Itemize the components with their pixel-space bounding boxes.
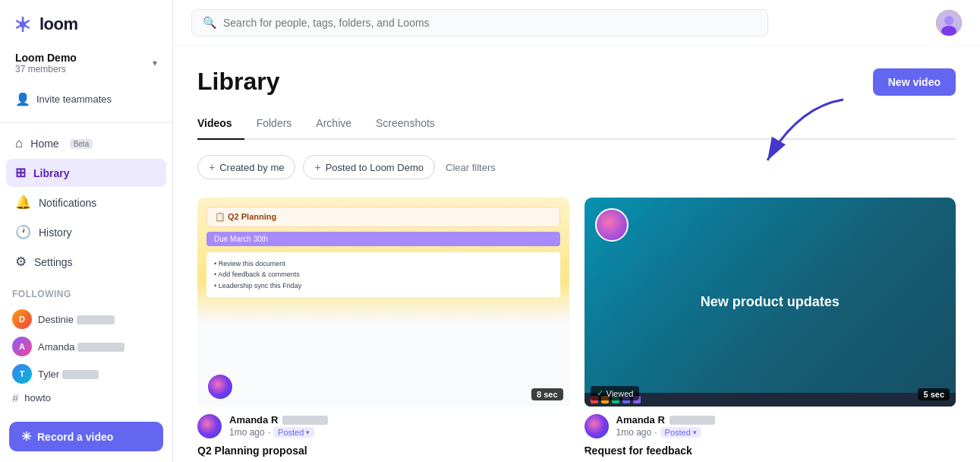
- clear-filters-button[interactable]: Clear filters: [443, 157, 499, 179]
- meta-info-2: Amanda R 1mo ago · Posted ▾: [616, 414, 956, 438]
- video-meta-2: Amanda R 1mo ago · Posted ▾: [585, 407, 956, 441]
- tab-archive[interactable]: Archive: [304, 111, 364, 140]
- new-video-button[interactable]: New video: [873, 68, 956, 96]
- sidebar-item-notifications[interactable]: 🔔 Notifications: [6, 188, 166, 217]
- thumb-taskbar: [585, 393, 956, 407]
- logo-area: loom: [0, 0, 172, 46]
- workspace-selector[interactable]: Loom Demo 37 members ▾: [8, 46, 165, 81]
- sidebar: loom Loom Demo 37 members ▾ 👤 Invite tea…: [0, 0, 173, 462]
- sidebar-item-notifications-label: Notifications: [39, 197, 96, 209]
- viewed-badge: ✓ Viewed: [591, 386, 640, 400]
- sidebar-item-home-label: Home: [30, 138, 58, 150]
- main-content: 🔍 Library New video: [173, 0, 980, 462]
- beta-badge: Beta: [70, 139, 93, 149]
- topbar: 🔍: [173, 0, 980, 46]
- meta-info-1: Amanda R 1mo ago · Posted ▾: [229, 414, 569, 438]
- meta-author-2: Amanda R: [616, 414, 956, 426]
- sidebar-item-settings-label: Settings: [34, 256, 73, 268]
- sidebar-item-settings[interactable]: ⚙ Settings: [6, 248, 166, 276]
- tab-folders[interactable]: Folders: [244, 111, 304, 140]
- meta-avatar-2: [585, 414, 609, 438]
- sidebar-item-library-label: Library: [33, 167, 69, 179]
- meta-avatar-1: [197, 414, 222, 438]
- thumbnail-request-feedback: New product updates ✓ Viewed 5 s: [585, 198, 956, 407]
- invite-label: Invite teammates: [36, 93, 112, 105]
- following-item-destinie[interactable]: D Destinie: [12, 305, 160, 333]
- filter-row: + Created by me + Posted to Loom Demo Cl…: [197, 155, 956, 179]
- search-icon: 🔍: [203, 16, 217, 30]
- posted-badge-1[interactable]: Posted ▾: [273, 427, 314, 438]
- avatar-amanda: A: [12, 337, 32, 356]
- video-duration-1: 8 sec: [531, 388, 563, 400]
- tab-screenshots[interactable]: Screenshots: [364, 111, 447, 140]
- user-avatar[interactable]: [936, 10, 962, 36]
- channel-name-howto: howto: [24, 392, 51, 403]
- video-card-q2-planning[interactable]: 📋 Q2 Planning Due March 30th • Review th…: [197, 198, 569, 457]
- plus-icon-2: +: [314, 161, 320, 173]
- record-btn-label: Record a video: [37, 431, 113, 443]
- svg-point-6: [944, 16, 953, 25]
- workspace-name: Loom Demo: [15, 52, 77, 64]
- sidebar-item-history-label: History: [39, 226, 72, 239]
- loom-logo-icon: [12, 14, 33, 35]
- bell-icon: 🔔: [15, 195, 31, 210]
- search-input[interactable]: [223, 17, 757, 29]
- page-title: Library: [197, 68, 279, 96]
- thumb-task-list: • Review this document • Add feedback & …: [206, 252, 560, 297]
- filter-posted-to-loom-demo[interactable]: + Posted to Loom Demo: [303, 155, 435, 179]
- video-title-1: Q2 Planning proposal: [197, 445, 569, 457]
- sidebar-item-library[interactable]: ⊞ Library: [6, 159, 166, 187]
- posted-chevron-icon: ▾: [306, 429, 310, 436]
- meta-time-1: 1mo ago · Posted ▾: [229, 427, 569, 438]
- following-item-tyler[interactable]: T Tyler: [12, 360, 160, 388]
- filter-created-by-me[interactable]: + Created by me: [197, 155, 295, 179]
- following-name-tyler: Tyler: [38, 369, 99, 380]
- search-bar[interactable]: 🔍: [191, 9, 768, 36]
- home-icon: ⌂: [15, 136, 23, 151]
- following-name-amanda: Amanda: [38, 341, 124, 353]
- video-meta-1: Amanda R 1mo ago · Posted ▾: [197, 407, 569, 441]
- thumbnail-q2-planning: 📋 Q2 Planning Due March 30th • Review th…: [197, 198, 569, 407]
- tab-videos[interactable]: Videos: [197, 111, 244, 140]
- hash-icon: #: [12, 391, 18, 404]
- thumb-avatar-corner: [595, 208, 629, 242]
- library-icon: ⊞: [15, 165, 26, 181]
- check-icon: ✓: [597, 388, 603, 398]
- divider: [0, 122, 172, 123]
- video-title-2: Request for feedback: [585, 445, 956, 457]
- meta-time-2: 1mo ago · Posted ▾: [616, 427, 956, 438]
- channel-item-howto[interactable]: # howto: [12, 388, 160, 408]
- content-area: Library New video Videos Folders Archive…: [173, 46, 980, 462]
- sidebar-item-history[interactable]: 🕐 History: [6, 218, 166, 246]
- page-header: Library New video: [197, 68, 956, 96]
- logo-text: loom: [39, 14, 78, 34]
- video-duration-2: 5 sec: [918, 388, 950, 400]
- person-icon: 👤: [15, 92, 30, 106]
- filter-posted-label: Posted to Loom Demo: [326, 162, 424, 173]
- invite-teammates-row[interactable]: 👤 Invite teammates: [8, 87, 165, 112]
- chevron-down-icon: ▾: [153, 58, 157, 68]
- posted-chevron-icon-2: ▾: [693, 429, 697, 436]
- following-label: Following: [12, 289, 160, 299]
- record-video-button[interactable]: ✳ Record a video: [9, 422, 163, 451]
- thumb-avatar-bottom: [206, 373, 234, 400]
- filter-created-by-me-label: Created by me: [219, 162, 284, 173]
- thumb-product-text: New product updates: [701, 294, 840, 310]
- tabs: Videos Folders Archive Screenshots: [197, 111, 956, 140]
- thumb-due-bar: Due March 30th: [206, 232, 560, 246]
- gear-icon: ⚙: [15, 254, 27, 270]
- record-icon: ✳: [21, 429, 31, 444]
- avatar-destinie: D: [12, 309, 32, 329]
- plus-icon: +: [209, 161, 215, 173]
- following-item-amanda[interactable]: A Amanda: [12, 333, 160, 360]
- following-name-destinie: Destinie: [38, 314, 115, 325]
- clock-icon: 🕐: [15, 224, 31, 240]
- thumb-planning-header: 📋 Q2 Planning: [206, 207, 560, 227]
- video-card-request-feedback[interactable]: New product updates ✓ Viewed 5 s: [585, 198, 956, 457]
- avatar-tyler: T: [12, 364, 32, 384]
- posted-badge-2[interactable]: Posted ▾: [660, 427, 701, 438]
- following-section: Following D Destinie A Amanda T Tyler # …: [0, 289, 172, 413]
- video-grid: 📋 Q2 Planning Due March 30th • Review th…: [197, 198, 956, 457]
- meta-author-1: Amanda R: [229, 414, 569, 426]
- sidebar-item-home[interactable]: ⌂ Home Beta: [6, 130, 166, 157]
